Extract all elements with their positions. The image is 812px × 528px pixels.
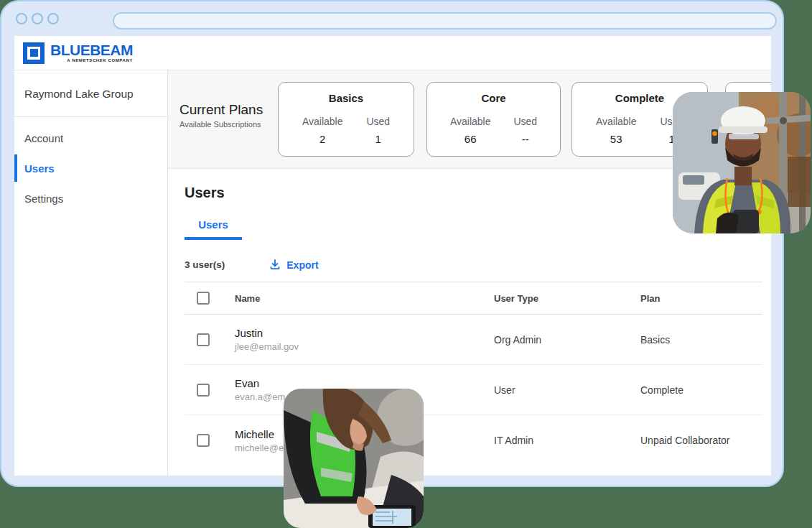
- app-header: BLUEBEAM A NEMETSCHEK COMPANY: [14, 36, 771, 70]
- user-plan: Basics: [640, 334, 762, 346]
- export-label: Export: [286, 259, 318, 271]
- user-email: jlee@email.gov: [235, 341, 494, 352]
- bluebeam-logo: BLUEBEAM A NEMETSCHEK COMPANY: [23, 42, 133, 64]
- user-name: Evan: [235, 377, 494, 389]
- window-control-dots: [16, 13, 59, 24]
- table-row[interactable]: Evan evan.a@em User Complete: [185, 365, 762, 415]
- page-background: { "colors": { "page_background": "#4a705…: [0, 0, 812, 528]
- window-dot-icon[interactable]: [16, 13, 27, 24]
- available-label: Available: [596, 116, 637, 127]
- sidebar-item-settings[interactable]: Settings: [14, 183, 167, 213]
- row-checkbox[interactable]: [197, 333, 210, 346]
- plan-card-core: Core Available 66 Used --: [426, 82, 561, 157]
- available-value: 2: [302, 133, 343, 145]
- user-plan: Unpaid Collaborator: [640, 435, 762, 446]
- table-row[interactable]: Justin jlee@email.gov Org Admin Basics: [185, 315, 762, 365]
- select-all-checkbox[interactable]: [197, 292, 210, 305]
- org-name: Raymond Lake Group: [14, 70, 167, 116]
- browser-chrome-bar: [1, 1, 783, 36]
- plans-subtitle: Available Subscriptions: [179, 120, 263, 129]
- user-name: Justin: [235, 327, 494, 339]
- user-plan: Complete: [640, 384, 762, 396]
- column-header-name[interactable]: Name: [235, 293, 494, 304]
- table-row[interactable]: Michelle michelle@e IT Admin Unpaid Coll…: [185, 415, 762, 466]
- row-checkbox[interactable]: [197, 384, 210, 397]
- sidebar-item-label: Account: [24, 132, 63, 144]
- column-header-user-type[interactable]: User Type: [494, 293, 640, 304]
- sidebar-item-label: Settings: [24, 193, 63, 205]
- sidebar-item-users[interactable]: Users: [14, 153, 167, 183]
- plan-name: Core: [481, 92, 505, 104]
- user-count: 3 user(s): [185, 259, 225, 270]
- address-bar[interactable]: [113, 12, 777, 29]
- brand-name: BLUEBEAM: [50, 43, 133, 57]
- user-type: IT Admin: [494, 435, 640, 446]
- sidebar-item-account[interactable]: Account: [14, 123, 167, 153]
- window-dot-icon[interactable]: [47, 13, 59, 24]
- export-button[interactable]: Export: [269, 259, 318, 271]
- brand-tagline: A NEMETSCHEK COMPANY: [67, 58, 133, 62]
- bluebeam-logo-icon: [23, 42, 45, 64]
- used-value: --: [513, 133, 537, 145]
- blueprint-review-illustration: [284, 389, 424, 528]
- available-label: Available: [302, 116, 343, 127]
- sidebar-item-label: Users: [24, 162, 55, 175]
- column-header-plan[interactable]: Plan: [640, 293, 762, 304]
- used-value: 1: [366, 133, 390, 145]
- tab-users[interactable]: Users: [185, 218, 242, 240]
- available-value: 53: [596, 133, 637, 145]
- plan-name: Basics: [329, 92, 363, 104]
- used-label: Used: [366, 116, 390, 127]
- construction-worker-illustration: [673, 92, 811, 233]
- plans-title: Current Plans: [179, 102, 263, 118]
- row-checkbox[interactable]: [197, 434, 210, 447]
- table-header-row: Name User Type Plan: [185, 282, 762, 315]
- download-icon: [269, 259, 281, 271]
- photo-blueprint-review: [284, 389, 424, 528]
- available-label: Available: [450, 116, 491, 127]
- used-label: Used: [513, 116, 537, 127]
- window-dot-icon[interactable]: [32, 13, 43, 24]
- plan-name: Complete: [615, 92, 664, 104]
- plan-card-basics: Basics Available 2 Used 1: [278, 82, 414, 157]
- sidebar: Raymond Lake Group Account Users Setting…: [14, 70, 168, 476]
- available-value: 66: [450, 133, 491, 145]
- photo-construction-worker: [673, 92, 811, 233]
- user-type: User: [494, 384, 640, 396]
- user-type: Org Admin: [494, 334, 640, 346]
- users-table: Name User Type Plan Justin jlee@email.go…: [185, 282, 762, 466]
